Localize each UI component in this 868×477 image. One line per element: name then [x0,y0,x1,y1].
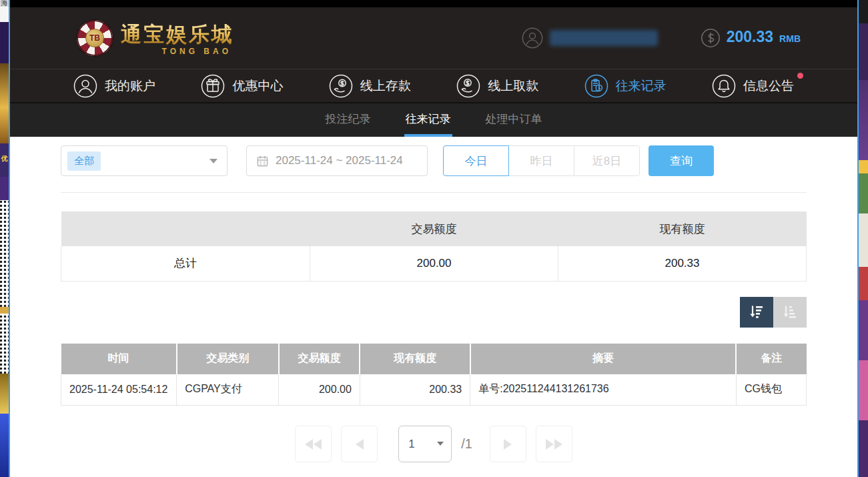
last-page-button[interactable] [536,426,572,462]
sort-ascending-icon [781,303,799,322]
type-filter-selected: 全部 [67,151,101,171]
background-divider-right [857,0,859,477]
period-button-last-8-days[interactable]: 近8日 [574,145,640,176]
divider [61,192,807,193]
sort-ascending-button[interactable] [773,297,807,328]
col-header-type: 交易类别 [177,344,279,374]
tab-betting-records[interactable]: 投注纪录 [324,103,372,137]
user-circle-icon [73,74,97,98]
double-left-arrow-icon [305,439,313,450]
tab-transaction-records[interactable]: 往来记录 [404,103,452,137]
background-page-right-strip [859,0,868,477]
sort-descending-button[interactable] [740,297,773,328]
deposit-coin-hand-icon [329,74,353,98]
cell-summary: 单号:202511244131261736 [470,374,737,406]
withdraw-coin-hand-icon [456,74,480,98]
tab-label: 往来记录 [406,111,451,127]
brand-logo[interactable]: TB 通宝娱乐城 TONG BAO [77,20,234,56]
balance-currency: RMB [779,33,801,44]
cell-type: CGPAY支付 [177,374,279,406]
sort-controls [61,297,807,328]
gift-icon [201,74,225,98]
brand-name-latin: TONG BAO [162,47,234,56]
background-divider-left [9,0,10,477]
left-arrow-icon [356,439,364,450]
account-user-chip[interactable] [522,27,658,49]
date-range-value: 2025-11-24 ~ 2025-11-24 [276,154,403,167]
summary-trade-amount: 200.00 [310,246,558,281]
previous-page-button[interactable] [341,426,378,462]
bell-icon [712,74,736,98]
tab-pending-orders[interactable]: 处理中订单 [484,103,544,137]
type-filter-dropdown[interactable]: 全部 [61,145,228,176]
cell-current-amount: 200.33 [360,374,470,406]
notification-dot [797,73,803,79]
background-char: 优 [0,143,9,177]
tab-label: 处理中订单 [486,111,542,127]
summary-header-trade-amount: 交易额度 [310,211,558,246]
table-row: 2025-11-24 05:54:12 CGPAY支付 200.00 200.3… [61,374,807,406]
user-avatar-icon [522,27,543,49]
page: 海 优 TB 通 [0,0,868,477]
summary-header-empty [61,211,310,246]
calendar-icon [256,155,269,167]
col-header-time: 时间 [61,344,177,374]
nav-item-deposit[interactable]: 线上存款 [329,74,411,98]
period-button-today[interactable]: 今日 [443,145,509,176]
col-header-note: 备注 [736,344,806,374]
cell-time: 2025-11-24 05:54:12 [61,374,177,406]
period-button-group: 今日 昨日 近8日 [443,145,640,176]
site-header: TB 通宝娱乐城 TONG BAO [10,7,857,69]
username-redacted [550,30,658,46]
first-page-button[interactable] [295,426,332,462]
casino-chip-icon: TB [77,20,113,56]
background-text: 海 [0,0,9,7]
summary-total-row: 总计 200.00 200.33 [61,246,807,281]
nav-label: 我的账户 [105,77,155,95]
right-arrow-icon [504,439,512,450]
next-page-button[interactable] [490,426,526,462]
subtab-bar: 投注纪录 往来记录 处理中订单 [10,103,857,137]
chevron-down-icon [209,159,218,163]
total-pages-label: /1 [461,436,472,452]
brand-name: 通宝娱乐城 [121,21,234,49]
tab-label: 投注纪录 [326,111,371,127]
sort-descending-icon [747,303,766,322]
nav-item-my-account[interactable]: 我的账户 [73,74,155,98]
period-label: 近8日 [592,153,621,169]
double-right-arrow-icon [546,439,554,450]
nav-label: 信息公告 [743,77,794,95]
nav-item-announcements[interactable]: 信息公告 [712,74,794,98]
chip-monogram: TB [85,29,104,47]
date-range-input[interactable]: 2025-11-24 ~ 2025-11-24 [246,145,428,176]
nav-label: 优惠中心 [232,77,283,95]
currency-coin-icon [701,28,721,48]
summary-current-amount: 200.33 [558,246,807,281]
summary-table: 交易额度 现有额度 总计 200.00 200.33 [61,211,807,282]
pagination: 1 /1 [61,426,807,462]
summary-header-current-amount: 现有额度 [558,211,807,246]
background-page-left-strip: 海 优 [0,0,9,477]
search-button[interactable]: 查询 [648,145,714,176]
cell-trade-amount: 200.00 [279,374,360,406]
period-button-yesterday[interactable]: 昨日 [508,145,574,176]
col-header-current-amount: 现有额度 [360,344,470,374]
nav-item-transaction-records[interactable]: 往来记录 [584,74,667,98]
nav-label: 线上存款 [360,77,411,95]
summary-total-label: 总计 [61,246,310,281]
main-nav: 我的账户 优惠中心 [10,69,857,103]
page-select[interactable]: 1 [398,426,452,462]
filter-row: 全部 2025-11-24 ~ 2025-11-24 今日 [61,145,807,176]
period-label: 今日 [465,153,488,169]
balance-display: 200.33 RMB [701,28,801,48]
nav-item-promotions[interactable]: 优惠中心 [201,74,283,98]
records-clipboard-clock-icon [584,74,608,98]
records-table: 时间 交易类别 交易额度 现有额度 摘要 备注 2025-11-24 05:54… [61,344,807,406]
col-header-trade-amount: 交易额度 [279,344,360,374]
records-header-row: 时间 交易类别 交易额度 现有额度 摘要 备注 [61,344,807,374]
summary-header-row: 交易额度 现有额度 [61,211,807,246]
main-panel: TB 通宝娱乐城 TONG BAO [10,0,857,477]
nav-label: 往来记录 [616,77,667,95]
top-black-bar [10,0,857,7]
nav-item-withdraw[interactable]: 线上取款 [456,74,538,98]
